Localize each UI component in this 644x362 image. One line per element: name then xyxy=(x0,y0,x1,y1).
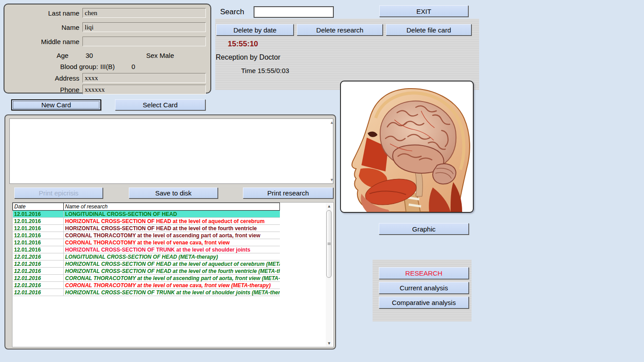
table-row[interactable]: 12.01.2016LONGITUDINAL CROSS-SECTION OF … xyxy=(13,253,280,260)
session-time: Time 15:55/0:03 xyxy=(241,67,289,74)
print-epicrisis-button: Print epicrisis xyxy=(14,187,103,199)
head-anatomy-image xyxy=(341,81,473,212)
name-field[interactable] xyxy=(82,22,206,32)
delete-file-card-button[interactable]: Delete file card xyxy=(386,24,472,36)
table-row[interactable]: 12.01.2016HORIZONTAL CROSS-SECTION OF TR… xyxy=(13,289,280,296)
research-button[interactable]: RESEARCH xyxy=(379,267,469,279)
sex-value: Sex Male xyxy=(146,52,174,59)
select-card-button[interactable]: Select Card xyxy=(115,99,205,110)
age-label: Age xyxy=(57,52,69,59)
last-name-field[interactable] xyxy=(82,8,206,18)
research-list: Date Name of research 12.01.2016LONGITUD… xyxy=(12,202,334,347)
scroll-up-icon[interactable]: ▲ xyxy=(326,203,332,209)
memo-scroll-down-icon[interactable]: ▼ xyxy=(330,178,334,182)
table-scrollbar[interactable]: ▲ ▼ xyxy=(326,203,332,346)
reception-label: Reception by Doctor xyxy=(216,53,280,61)
table-row[interactable]: 12.01.2016LONGITUDINAL CROSS-SECTION OF … xyxy=(13,211,280,218)
research-panel: ▲ ▼ Print epicrisis Save to disk Print r… xyxy=(4,114,336,350)
table-row[interactable]: 12.01.2016HORIZONTAL CROSS-SECTION OF HE… xyxy=(13,260,280,268)
column-header-name[interactable]: Name of research xyxy=(64,203,280,211)
table-row[interactable]: 12.01.2016CORONAL THORACOTOMY at the lev… xyxy=(13,282,280,289)
phone-label: Phone xyxy=(4,86,79,94)
table-row[interactable]: 12.01.2016HORIZONTAL CROSS-SECTION OF TR… xyxy=(13,246,280,253)
exit-button[interactable]: EXIT xyxy=(379,5,468,17)
address-field[interactable] xyxy=(82,73,206,83)
doctor-panel: Delete by date Delete research Delete fi… xyxy=(215,19,479,90)
age-value: 30 xyxy=(86,52,93,59)
table-row[interactable]: 12.01.2016CORONAL THORACOTOMY at the lev… xyxy=(13,232,280,239)
table-row[interactable]: 12.01.2016CORONAL THORACOTOMY at the lev… xyxy=(13,239,280,246)
new-card-button[interactable]: New Card xyxy=(11,99,101,110)
save-to-disk-button[interactable]: Save to disk xyxy=(129,187,218,199)
column-header-date[interactable]: Date xyxy=(13,203,64,211)
medical-card-screen: { "patient": { "last_name_label": "Last … xyxy=(0,0,644,362)
delete-research-button[interactable]: Delete research xyxy=(297,24,383,36)
patient-card-panel: Last name Name Middle name Age 30 Sex Ma… xyxy=(4,4,211,94)
search-label: Search xyxy=(220,8,244,16)
scrollbar-grip-icon xyxy=(328,243,331,245)
search-input[interactable] xyxy=(254,6,334,18)
clock: 15:55:10 xyxy=(228,40,258,49)
blood-group-label: Blood group: xyxy=(60,63,98,70)
anatomy-image-frame xyxy=(340,81,474,213)
phone-field[interactable] xyxy=(82,85,206,94)
memo-scroll-up-icon[interactable]: ▲ xyxy=(330,121,334,125)
current-analysis-button[interactable]: Current analysis xyxy=(379,282,469,294)
middle-name-field[interactable] xyxy=(82,37,206,46)
middle-name-label: Middle name xyxy=(4,38,79,45)
blood-rh-value: 0 xyxy=(131,63,135,70)
table-row[interactable]: 12.01.2016HORIZONTAL CROSS-SECTION OF HE… xyxy=(13,268,280,275)
print-research-button[interactable]: Print research xyxy=(243,187,333,199)
delete-by-date-button[interactable]: Delete by date xyxy=(216,24,294,36)
table-row[interactable]: 12.01.2016HORIZONTAL CROSS-SECTION OF HE… xyxy=(13,218,280,225)
graphic-button[interactable]: Graphic xyxy=(379,223,469,235)
last-name-label: Last name xyxy=(4,9,79,17)
research-table: Date Name of research 12.01.2016LONGITUD… xyxy=(12,203,280,296)
table-row[interactable]: 12.01.2016CORONAL THORACOTOMY at the lev… xyxy=(13,275,280,282)
name-label: Name xyxy=(4,24,79,31)
epicrisis-memo[interactable] xyxy=(9,118,333,184)
table-header-row: Date Name of research xyxy=(13,203,280,211)
blood-group-value: III(B) xyxy=(100,63,115,70)
scroll-down-icon[interactable]: ▼ xyxy=(326,340,332,346)
comparative-analysis-button[interactable]: Comparative analysis xyxy=(379,297,469,309)
scrollbar-thumb[interactable] xyxy=(326,210,332,278)
address-label: Address xyxy=(4,74,79,82)
table-row[interactable]: 12.01.2016HORIZONTAL CROSS-SECTION OF HE… xyxy=(13,225,280,232)
